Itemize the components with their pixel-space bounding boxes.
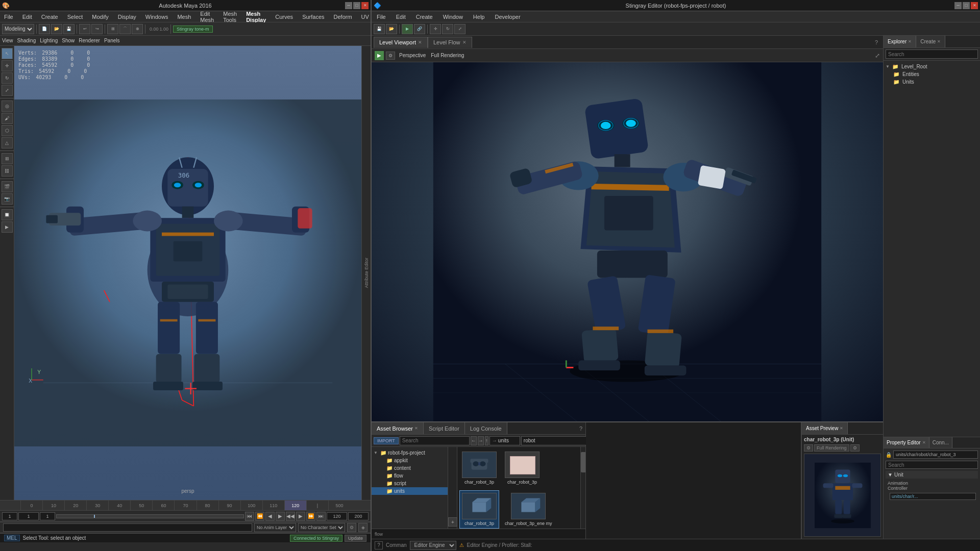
lighting-menu[interactable]: Lighting <box>40 38 58 43</box>
tab-property-editor[interactable]: Property Editor ✕ <box>884 437 929 448</box>
next-key-btn[interactable]: ⏩ <box>306 512 315 521</box>
tab-connections[interactable]: Conn... <box>929 437 952 448</box>
play-reverse-btn[interactable]: ◀◀ <box>286 512 295 521</box>
explorer-item-entities[interactable]: 📁 Entities <box>884 70 980 78</box>
asset-browser-help-btn[interactable]: ? <box>576 425 585 432</box>
start-frame-field[interactable]: 1 <box>2 512 17 520</box>
show-menu[interactable]: Show <box>62 38 75 43</box>
tab-level-flow[interactable]: Level Flow ✕ <box>428 37 472 48</box>
go-end-btn[interactable]: ⏭ <box>316 512 326 521</box>
preview-render-btn[interactable]: Full Rendering <box>814 444 849 452</box>
sr-viewport-play-btn[interactable]: ▶ <box>375 51 384 60</box>
snap-point-btn[interactable]: ⊕ <box>132 24 143 34</box>
keying-btn[interactable]: ◈ <box>358 523 368 532</box>
sr-menu-help[interactable]: Help <box>471 13 487 21</box>
redo-btn[interactable]: ↪ <box>91 24 103 34</box>
select-tool-btn[interactable]: ↖ <box>2 48 13 59</box>
tab-level-viewport[interactable]: Level Viewport ✕ <box>374 37 428 48</box>
nav-back-btn[interactable]: ← <box>471 436 477 445</box>
maya-menu-mesh-tools[interactable]: Mesh Tools <box>221 11 239 24</box>
sr-open-btn[interactable]: 📂 <box>386 24 397 34</box>
sculpt-btn[interactable]: △ <box>2 137 13 148</box>
maya-maximize-btn[interactable]: □ <box>353 2 360 9</box>
move-tool-btn[interactable]: ✛ <box>2 60 13 71</box>
sr-menu-create[interactable]: Create <box>414 13 435 21</box>
scale-tool-btn[interactable]: ⤢ <box>2 85 13 96</box>
char-set-dropdown[interactable]: No Character Set <box>298 523 345 532</box>
sr-minimize-btn[interactable]: ─ <box>954 2 962 9</box>
next-frame-btn[interactable]: ▶ <box>296 512 305 521</box>
prev-key-btn[interactable]: ⏪ <box>255 512 264 521</box>
maya-menu-surfaces[interactable]: Surfaces <box>300 13 326 21</box>
snap-tools-btn[interactable]: ⊞ <box>2 153 13 164</box>
explorer-item-level-root[interactable]: ▼ 📁 Level_Root <box>884 63 980 70</box>
tree-item-script[interactable]: 📁 script <box>372 480 448 487</box>
maya-menu-uv[interactable]: UV <box>359 13 371 21</box>
snap-curve-btn[interactable]: ⌒ <box>119 24 131 34</box>
paint-btn[interactable]: 🖌 <box>2 113 13 124</box>
status-help-btn[interactable]: ? <box>375 541 383 549</box>
maya-menu-select[interactable]: Select <box>65 13 85 21</box>
constraint-btn[interactable]: ⛓ <box>2 165 13 177</box>
anim-layer-btn[interactable]: ⚙ <box>347 523 356 532</box>
sr-scale-btn[interactable]: ⤢ <box>454 24 465 34</box>
maya-menu-deform[interactable]: Deform <box>332 13 354 21</box>
max-frame-field[interactable]: 200 <box>348 512 369 520</box>
mel-input[interactable] <box>3 523 252 532</box>
tab-asset-browser[interactable]: Asset Browser ✕ <box>372 422 424 434</box>
soft-select-btn[interactable]: ◎ <box>2 101 13 112</box>
sr-menu-edit[interactable]: Edit <box>394 13 408 21</box>
unit-section-header[interactable]: ▼ Unit <box>886 471 978 479</box>
tree-item-appkit[interactable]: 📁 appkit <box>372 457 448 464</box>
update-btn[interactable]: Update <box>345 535 366 542</box>
tab-log-console[interactable]: Log Console <box>465 422 507 434</box>
sr-menu-developer[interactable]: Developer <box>493 13 522 21</box>
maya-timeline-ruler[interactable]: 0 10 20 30 40 50 60 70 80 90 100 110 120… <box>0 500 371 511</box>
asset-filter-input[interactable] <box>521 436 591 445</box>
render-btn[interactable]: 🎬 <box>2 181 13 192</box>
current-frame-field[interactable]: 1 <box>18 512 39 520</box>
import-btn[interactable]: IMPORT <box>374 437 399 444</box>
anim-btn[interactable]: ▶ <box>2 221 13 233</box>
property-search-input[interactable] <box>886 461 978 469</box>
asset-grid[interactable]: char_robot_3p char_robot_3p <box>457 447 580 529</box>
maya-menu-file[interactable]: File <box>2 13 15 21</box>
cam-tools-btn[interactable]: 📷 <box>2 193 13 205</box>
asset-browser-scrollbar[interactable] <box>580 447 585 529</box>
tree-item-units[interactable]: 📁 units <box>372 487 448 495</box>
maya-menu-curves[interactable]: Curves <box>273 13 295 21</box>
nav-up-btn[interactable]: ↑ <box>485 436 488 445</box>
maya-menu-display[interactable]: Display <box>116 13 138 21</box>
rotate-tool-btn[interactable]: ↻ <box>2 72 13 84</box>
sr-play-btn[interactable]: ▶ <box>402 24 413 34</box>
maya-menu-modify[interactable]: Modify <box>90 13 110 21</box>
maya-menu-mesh[interactable]: Mesh <box>175 13 193 21</box>
maya-close-btn[interactable]: ✕ <box>361 2 369 9</box>
asset-search-input[interactable] <box>400 436 470 445</box>
explorer-search-input[interactable] <box>886 49 978 59</box>
go-start-btn[interactable]: ⏮ <box>245 512 254 521</box>
sr-viewport-settings-btn[interactable]: ⚙ <box>386 52 395 60</box>
sr-menu-file[interactable]: File <box>375 13 388 21</box>
viewport-help-btn[interactable]: ? <box>872 39 881 45</box>
panels-menu[interactable]: Panels <box>104 38 120 43</box>
sr-maximize-btn[interactable]: □ <box>963 2 970 9</box>
end-frame-field[interactable]: 120 <box>327 512 347 520</box>
tree-item-content[interactable]: 📁 content <box>372 464 448 472</box>
sr-rotate-btn[interactable]: ↻ <box>442 24 453 34</box>
anim-controller-value[interactable]: units/char/r... <box>890 493 976 500</box>
sr-connect-btn[interactable]: 🔗 <box>414 24 425 34</box>
tab-create[interactable]: Create ✕ <box>916 36 945 47</box>
maya-mode-dropdown[interactable]: Modeling <box>2 24 34 34</box>
preview-extra-btn[interactable]: ⚙ <box>850 444 860 452</box>
save-scene-btn[interactable]: 💾 <box>63 24 75 34</box>
sr-close-btn[interactable]: ✕ <box>971 2 978 9</box>
maya-menu-windows[interactable]: Windows <box>143 13 170 21</box>
editor-engine-dropdown[interactable]: Editor Engine <box>410 541 456 550</box>
sr-viewport-maximize-btn[interactable]: ⤢ <box>875 52 880 59</box>
maya-menu-create[interactable]: Create <box>39 13 60 21</box>
tree-item-project[interactable]: ▼ 📁 robot-fps-project <box>372 449 448 457</box>
ui-show-btn[interactable]: 🔲 <box>2 209 13 220</box>
renderer-menu[interactable]: Renderer <box>79 38 100 43</box>
anim-layer-dropdown[interactable]: No Anim Layer <box>254 523 296 532</box>
